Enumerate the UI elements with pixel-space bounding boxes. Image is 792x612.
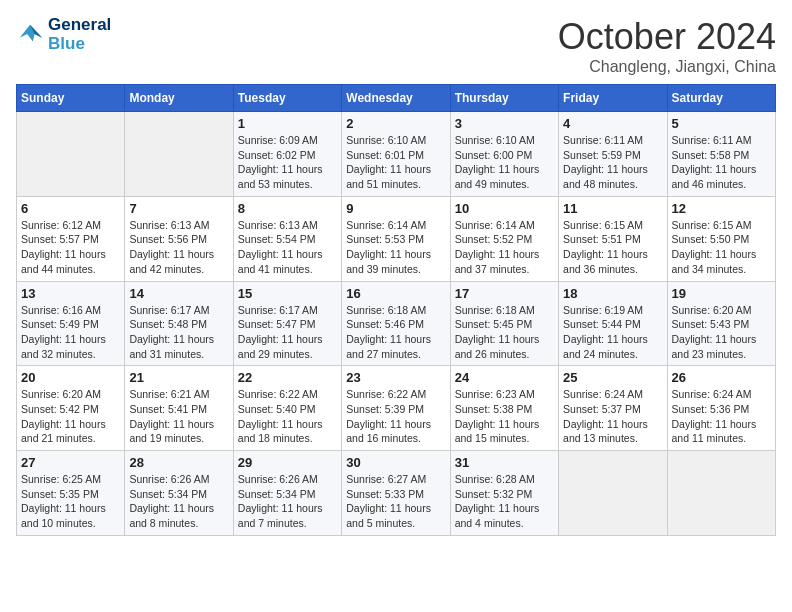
page-header: General Blue October 2024 Changleng, Jia… (16, 16, 776, 76)
day-number: 7 (129, 201, 228, 216)
day-info: Sunrise: 6:25 AMSunset: 5:35 PMDaylight:… (21, 472, 120, 531)
day-number: 6 (21, 201, 120, 216)
calendar-cell: 18Sunrise: 6:19 AMSunset: 5:44 PMDayligh… (559, 281, 667, 366)
logo-text: General Blue (48, 16, 111, 53)
calendar-cell (559, 451, 667, 536)
day-info: Sunrise: 6:11 AMSunset: 5:58 PMDaylight:… (672, 133, 771, 192)
calendar-cell: 11Sunrise: 6:15 AMSunset: 5:51 PMDayligh… (559, 196, 667, 281)
calendar-cell: 13Sunrise: 6:16 AMSunset: 5:49 PMDayligh… (17, 281, 125, 366)
day-number: 11 (563, 201, 662, 216)
logo-icon (16, 21, 44, 49)
calendar-cell: 23Sunrise: 6:22 AMSunset: 5:39 PMDayligh… (342, 366, 450, 451)
calendar-day-header: Thursday (450, 85, 558, 112)
day-number: 20 (21, 370, 120, 385)
calendar-cell: 14Sunrise: 6:17 AMSunset: 5:48 PMDayligh… (125, 281, 233, 366)
day-info: Sunrise: 6:24 AMSunset: 5:36 PMDaylight:… (672, 387, 771, 446)
calendar-cell: 16Sunrise: 6:18 AMSunset: 5:46 PMDayligh… (342, 281, 450, 366)
calendar-day-header: Wednesday (342, 85, 450, 112)
day-info: Sunrise: 6:28 AMSunset: 5:32 PMDaylight:… (455, 472, 554, 531)
location: Changleng, Jiangxi, China (558, 58, 776, 76)
calendar-cell (125, 112, 233, 197)
calendar-cell: 22Sunrise: 6:22 AMSunset: 5:40 PMDayligh… (233, 366, 341, 451)
calendar-table: SundayMondayTuesdayWednesdayThursdayFrid… (16, 84, 776, 536)
calendar-cell: 3Sunrise: 6:10 AMSunset: 6:00 PMDaylight… (450, 112, 558, 197)
day-info: Sunrise: 6:10 AMSunset: 6:00 PMDaylight:… (455, 133, 554, 192)
day-number: 13 (21, 286, 120, 301)
day-info: Sunrise: 6:15 AMSunset: 5:51 PMDaylight:… (563, 218, 662, 277)
day-number: 12 (672, 201, 771, 216)
calendar-day-header: Monday (125, 85, 233, 112)
day-number: 2 (346, 116, 445, 131)
calendar-cell: 2Sunrise: 6:10 AMSunset: 6:01 PMDaylight… (342, 112, 450, 197)
day-info: Sunrise: 6:18 AMSunset: 5:46 PMDaylight:… (346, 303, 445, 362)
day-number: 19 (672, 286, 771, 301)
day-info: Sunrise: 6:27 AMSunset: 5:33 PMDaylight:… (346, 472, 445, 531)
calendar-cell: 6Sunrise: 6:12 AMSunset: 5:57 PMDaylight… (17, 196, 125, 281)
day-number: 27 (21, 455, 120, 470)
calendar-day-header: Tuesday (233, 85, 341, 112)
calendar-cell: 9Sunrise: 6:14 AMSunset: 5:53 PMDaylight… (342, 196, 450, 281)
day-number: 14 (129, 286, 228, 301)
calendar-cell: 24Sunrise: 6:23 AMSunset: 5:38 PMDayligh… (450, 366, 558, 451)
day-number: 15 (238, 286, 337, 301)
day-number: 9 (346, 201, 445, 216)
day-info: Sunrise: 6:18 AMSunset: 5:45 PMDaylight:… (455, 303, 554, 362)
day-info: Sunrise: 6:11 AMSunset: 5:59 PMDaylight:… (563, 133, 662, 192)
calendar-cell: 15Sunrise: 6:17 AMSunset: 5:47 PMDayligh… (233, 281, 341, 366)
calendar-cell: 17Sunrise: 6:18 AMSunset: 5:45 PMDayligh… (450, 281, 558, 366)
day-number: 10 (455, 201, 554, 216)
day-number: 29 (238, 455, 337, 470)
day-number: 3 (455, 116, 554, 131)
day-info: Sunrise: 6:14 AMSunset: 5:53 PMDaylight:… (346, 218, 445, 277)
day-number: 4 (563, 116, 662, 131)
day-info: Sunrise: 6:22 AMSunset: 5:39 PMDaylight:… (346, 387, 445, 446)
calendar-cell: 25Sunrise: 6:24 AMSunset: 5:37 PMDayligh… (559, 366, 667, 451)
month-title: October 2024 (558, 16, 776, 58)
calendar-day-header: Friday (559, 85, 667, 112)
calendar-day-header: Saturday (667, 85, 775, 112)
day-info: Sunrise: 6:17 AMSunset: 5:48 PMDaylight:… (129, 303, 228, 362)
day-number: 28 (129, 455, 228, 470)
calendar-cell: 28Sunrise: 6:26 AMSunset: 5:34 PMDayligh… (125, 451, 233, 536)
day-info: Sunrise: 6:10 AMSunset: 6:01 PMDaylight:… (346, 133, 445, 192)
calendar-week-row: 1Sunrise: 6:09 AMSunset: 6:02 PMDaylight… (17, 112, 776, 197)
day-info: Sunrise: 6:20 AMSunset: 5:42 PMDaylight:… (21, 387, 120, 446)
day-info: Sunrise: 6:12 AMSunset: 5:57 PMDaylight:… (21, 218, 120, 277)
calendar-day-header: Sunday (17, 85, 125, 112)
title-block: October 2024 Changleng, Jiangxi, China (558, 16, 776, 76)
day-number: 26 (672, 370, 771, 385)
day-number: 25 (563, 370, 662, 385)
calendar-cell: 4Sunrise: 6:11 AMSunset: 5:59 PMDaylight… (559, 112, 667, 197)
day-number: 18 (563, 286, 662, 301)
day-info: Sunrise: 6:26 AMSunset: 5:34 PMDaylight:… (238, 472, 337, 531)
day-number: 17 (455, 286, 554, 301)
svg-marker-0 (20, 24, 42, 41)
day-number: 31 (455, 455, 554, 470)
day-number: 22 (238, 370, 337, 385)
day-number: 30 (346, 455, 445, 470)
day-number: 23 (346, 370, 445, 385)
day-number: 16 (346, 286, 445, 301)
day-info: Sunrise: 6:14 AMSunset: 5:52 PMDaylight:… (455, 218, 554, 277)
day-number: 24 (455, 370, 554, 385)
day-number: 1 (238, 116, 337, 131)
day-info: Sunrise: 6:22 AMSunset: 5:40 PMDaylight:… (238, 387, 337, 446)
day-info: Sunrise: 6:26 AMSunset: 5:34 PMDaylight:… (129, 472, 228, 531)
day-info: Sunrise: 6:13 AMSunset: 5:54 PMDaylight:… (238, 218, 337, 277)
day-info: Sunrise: 6:23 AMSunset: 5:38 PMDaylight:… (455, 387, 554, 446)
calendar-cell: 19Sunrise: 6:20 AMSunset: 5:43 PMDayligh… (667, 281, 775, 366)
calendar-cell: 30Sunrise: 6:27 AMSunset: 5:33 PMDayligh… (342, 451, 450, 536)
day-info: Sunrise: 6:20 AMSunset: 5:43 PMDaylight:… (672, 303, 771, 362)
calendar-cell: 20Sunrise: 6:20 AMSunset: 5:42 PMDayligh… (17, 366, 125, 451)
calendar-week-row: 13Sunrise: 6:16 AMSunset: 5:49 PMDayligh… (17, 281, 776, 366)
day-info: Sunrise: 6:21 AMSunset: 5:41 PMDaylight:… (129, 387, 228, 446)
calendar-cell: 5Sunrise: 6:11 AMSunset: 5:58 PMDaylight… (667, 112, 775, 197)
calendar-cell (667, 451, 775, 536)
day-info: Sunrise: 6:09 AMSunset: 6:02 PMDaylight:… (238, 133, 337, 192)
day-info: Sunrise: 6:24 AMSunset: 5:37 PMDaylight:… (563, 387, 662, 446)
calendar-header-row: SundayMondayTuesdayWednesdayThursdayFrid… (17, 85, 776, 112)
calendar-cell: 12Sunrise: 6:15 AMSunset: 5:50 PMDayligh… (667, 196, 775, 281)
day-info: Sunrise: 6:19 AMSunset: 5:44 PMDaylight:… (563, 303, 662, 362)
calendar-week-row: 6Sunrise: 6:12 AMSunset: 5:57 PMDaylight… (17, 196, 776, 281)
logo: General Blue (16, 16, 111, 53)
